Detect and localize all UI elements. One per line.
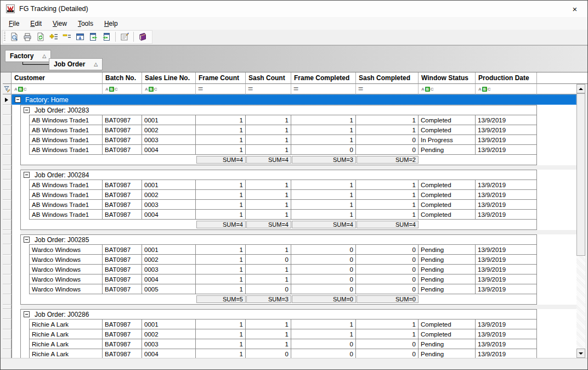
- table-row[interactable]: AB Windows Trade1BAT098700041100Pending1…: [3, 145, 576, 155]
- table-row[interactable]: Richie A LarkBAT098700031100Pending13/9/…: [3, 339, 576, 349]
- menu-item-help[interactable]: Help: [99, 18, 123, 29]
- cell-sash-count[interactable]: 1: [246, 329, 291, 339]
- row-indicator[interactable]: [3, 115, 12, 125]
- cell-sales-line-no[interactable]: 0004: [142, 145, 196, 155]
- row-indicator[interactable]: [3, 329, 12, 339]
- cell-sash-completed[interactable]: 0: [356, 255, 419, 265]
- cell-batch-no[interactable]: BAT0987: [103, 284, 142, 294]
- table-row[interactable]: AB Windows Trade1BAT098700011111Complete…: [3, 115, 576, 125]
- filter-cell-batch-no[interactable]: ABC: [103, 84, 142, 94]
- column-header-window-status[interactable]: Window Status: [419, 72, 476, 84]
- row-indicator[interactable]: [3, 294, 12, 305]
- cell-window-status[interactable]: Pending: [419, 244, 476, 255]
- row-indicator[interactable]: [3, 319, 12, 329]
- cell-batch-no[interactable]: BAT0987: [103, 180, 142, 190]
- cell-production-date[interactable]: 13/9/2019: [476, 274, 537, 284]
- group-field-factory[interactable]: Factory △: [5, 50, 51, 62]
- filter-cell-sales-line-no[interactable]: ABC: [142, 84, 196, 94]
- cell-window-status[interactable]: Completed: [419, 210, 476, 220]
- column-header-sales-line-no[interactable]: Sales Line No.: [142, 72, 196, 84]
- column-header-batch-no[interactable]: Batch No.: [103, 72, 142, 84]
- row-indicator[interactable]: [3, 339, 12, 349]
- cell-window-status[interactable]: In Progress: [419, 135, 476, 145]
- cell-frame-count[interactable]: 1: [196, 190, 246, 200]
- cell-frame-count[interactable]: 1: [196, 284, 246, 294]
- cell-customer[interactable]: Richie A Lark: [29, 339, 103, 349]
- print-icon[interactable]: [21, 31, 34, 43]
- table-row[interactable]: Wardco WindowsBAT098700031100Pending13/9…: [3, 265, 576, 274]
- cell-production-date[interactable]: 13/9/2019: [476, 125, 537, 135]
- cell-batch-no[interactable]: BAT0987: [103, 274, 142, 284]
- cell-sales-line-no[interactable]: 0001: [142, 115, 196, 125]
- cell-window-status[interactable]: Pending: [419, 145, 476, 155]
- cell-sales-line-no[interactable]: 0004: [142, 274, 196, 284]
- cell-sash-count[interactable]: 1: [246, 200, 291, 210]
- cell-batch-no[interactable]: BAT0987: [103, 135, 142, 145]
- cell-customer[interactable]: AB Windows Trade1: [29, 200, 103, 210]
- filter-cell-sash-count[interactable]: =: [246, 84, 291, 94]
- cell-window-status[interactable]: Pending: [419, 265, 476, 274]
- help-icon[interactable]: [136, 31, 149, 43]
- export-data-icon[interactable]: [87, 31, 100, 43]
- cell-frame-count[interactable]: 1: [196, 274, 246, 284]
- cell-frame-count[interactable]: 1: [196, 349, 246, 358]
- row-indicator[interactable]: [3, 190, 12, 200]
- cell-sales-line-no[interactable]: 0004: [142, 210, 196, 220]
- cell-batch-no[interactable]: BAT0987: [103, 200, 142, 210]
- cell-production-date[interactable]: 13/9/2019: [476, 145, 537, 155]
- table-row[interactable]: Richie A LarkBAT098700011111Completed13/…: [3, 319, 576, 329]
- cell-window-status[interactable]: Pending: [419, 349, 476, 358]
- cell-production-date[interactable]: 13/9/2019: [476, 200, 537, 210]
- table-row[interactable]: AB Windows Trade1BAT098700041111Complete…: [3, 210, 576, 220]
- cell-sash-count[interactable]: 0: [246, 284, 291, 294]
- cell-frame-completed[interactable]: 0: [291, 244, 356, 255]
- cell-batch-no[interactable]: BAT0987: [103, 115, 142, 125]
- cell-frame-count[interactable]: 1: [196, 115, 246, 125]
- table-row[interactable]: Richie A LarkBAT098700041000Pending13/9/…: [3, 349, 576, 358]
- scroll-up-button[interactable]: [576, 84, 585, 93]
- cell-sash-completed[interactable]: 1: [356, 190, 419, 200]
- cell-window-status[interactable]: Pending: [419, 284, 476, 294]
- table-row[interactable]: Richie A LarkBAT098700021111Completed13/…: [3, 329, 576, 339]
- cell-sash-completed[interactable]: 1: [356, 125, 419, 135]
- cell-production-date[interactable]: 13/9/2019: [476, 210, 537, 220]
- row-indicator[interactable]: [3, 200, 12, 210]
- filter-cell-sash-completed[interactable]: =: [356, 84, 419, 94]
- cell-sash-completed[interactable]: 0: [356, 244, 419, 255]
- cell-sash-count[interactable]: 1: [246, 115, 291, 125]
- group-row-job-order[interactable]: Job Order: J00285: [3, 234, 576, 244]
- cell-window-status[interactable]: Completed: [419, 180, 476, 190]
- table-row[interactable]: AB Windows Trade1BAT098700031110In Progr…: [3, 135, 576, 145]
- collapse-toggle[interactable]: [24, 311, 30, 317]
- cell-frame-completed[interactable]: 0: [291, 339, 356, 349]
- cell-frame-count[interactable]: 1: [196, 255, 246, 265]
- cell-customer[interactable]: Wardco Windows: [29, 265, 103, 274]
- print-preview-icon[interactable]: [8, 31, 21, 43]
- cell-window-status[interactable]: Completed: [419, 319, 476, 329]
- cell-frame-completed[interactable]: 1: [291, 319, 356, 329]
- cell-sales-line-no[interactable]: 0004: [142, 349, 196, 358]
- row-indicator[interactable]: [3, 135, 12, 145]
- row-indicator[interactable]: [3, 210, 12, 220]
- cell-sash-count[interactable]: 1: [246, 125, 291, 135]
- cell-frame-count[interactable]: 1: [196, 125, 246, 135]
- cell-customer[interactable]: AB Windows Trade1: [29, 190, 103, 200]
- collapse-toggle[interactable]: [24, 237, 30, 243]
- cell-sash-count[interactable]: 0: [246, 255, 291, 265]
- cell-sash-completed[interactable]: 0: [356, 135, 419, 145]
- cell-frame-count[interactable]: 1: [196, 180, 246, 190]
- row-indicator[interactable]: [3, 165, 12, 170]
- cell-sash-completed[interactable]: 1: [356, 115, 419, 125]
- cell-sash-count[interactable]: 1: [246, 145, 291, 155]
- cell-sash-completed[interactable]: 1: [356, 319, 419, 329]
- cell-sash-completed[interactable]: 1: [356, 200, 419, 210]
- cell-production-date[interactable]: 13/9/2019: [476, 339, 537, 349]
- cell-sales-line-no[interactable]: 0005: [142, 284, 196, 294]
- cell-sash-count[interactable]: 1: [246, 135, 291, 145]
- cell-sash-count[interactable]: 1: [246, 180, 291, 190]
- cell-production-date[interactable]: 13/9/2019: [476, 190, 537, 200]
- collapse-toggle[interactable]: [24, 172, 30, 178]
- cell-sash-completed[interactable]: 1: [356, 210, 419, 220]
- table-row[interactable]: AB Windows Trade1BAT098700011111Complete…: [3, 180, 576, 190]
- cell-frame-count[interactable]: 1: [196, 145, 246, 155]
